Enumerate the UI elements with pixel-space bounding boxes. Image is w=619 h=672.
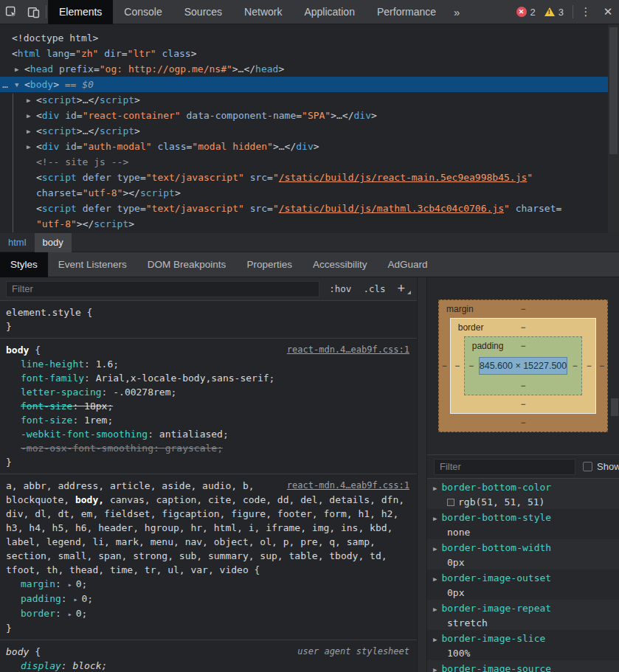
dom-row[interactable]: <!doctype html> [0,30,608,46]
computed-scrollbar[interactable] [609,277,619,672]
css-property[interactable]: -webkit-font-smoothing: antialiased; [6,427,409,441]
expand-arrow-right-icon[interactable]: ▶ [433,545,437,553]
dom-row[interactable]: ▶<script>…</script> [0,123,608,139]
styles-filter-input[interactable] [6,281,319,297]
expand-arrow-right-icon[interactable]: ▶ [27,93,36,108]
tab-adguard[interactable]: AdGuard [377,252,438,277]
kebab-menu-icon[interactable]: ⋮ [575,0,597,24]
dom-scrollbar-thumb[interactable] [609,27,618,154]
css-property[interactable]: -moz-osx-font-smoothing: grayscale; [6,441,409,455]
tab-styles[interactable]: Styles [0,252,48,277]
tab-performance[interactable]: Performance [366,0,447,24]
expand-arrow-right-icon[interactable]: ▶ [27,139,36,154]
expand-arrow-right-icon[interactable]: ▶ [433,515,437,522]
class-toggle-button[interactable]: .cls [361,283,387,294]
expand-arrow-icon[interactable]: ▸ [68,610,72,618]
css-property[interactable]: line-height: 1.6; [6,357,409,371]
dom-row[interactable]: ▶<script>…</script> [0,92,608,108]
css-property[interactable]: font-family: Arial,x-locale-body,sans-se… [6,371,409,385]
pane-divider[interactable] [417,277,427,672]
error-badge[interactable]: ✕ 2 [516,7,536,18]
expand-arrow-right-icon[interactable]: ▶ [27,108,36,123]
expand-arrow-right-icon[interactable]: ▶ [433,636,437,643]
pseudo-state-button[interactable]: :hov [327,283,353,294]
css-property[interactable]: letter-spacing: -.00278rem; [6,385,409,399]
padding-right-value[interactable]: − [568,355,581,377]
computed-property-row[interactable]: ▶border-image-source [427,660,619,672]
border-bottom-value[interactable]: − [520,399,525,409]
device-toolbar-icon[interactable] [22,0,44,24]
expand-arrow-down-icon[interactable]: ▼ [15,77,24,92]
dom-scrollbar[interactable] [608,24,619,233]
tab-console[interactable]: Console [113,0,173,24]
tab-sources[interactable]: Sources [173,0,233,24]
computed-property-row[interactable]: ▶border-image-slice100% [427,630,619,660]
expand-arrow-right-icon[interactable]: ▶ [27,124,36,139]
dom-row[interactable]: charset="utf-8"></script> [0,185,608,201]
border-right-value[interactable]: − [582,336,595,395]
dom-row[interactable]: <script defer type="text/javascript" src… [0,201,608,216]
computed-property-row[interactable]: ▶border-image-repeatstretch [427,600,619,630]
more-tabs-icon[interactable]: » [447,6,466,18]
stylesheet-link[interactable]: react-mdn.4…eab9f.css:1 [287,343,409,357]
dom-row[interactable]: "utf-8"></script> [0,216,608,232]
tab-elements[interactable]: Elements [48,0,113,24]
color-swatch[interactable] [447,499,454,506]
border-left-value[interactable]: − [451,336,464,395]
css-property[interactable]: font-size: 1rem; [6,413,409,427]
expand-arrow-right-icon[interactable]: ▶ [433,575,437,583]
inspect-element-icon[interactable] [0,0,22,24]
dom-row[interactable]: ▶<div id="auth-modal" class="modal hidde… [0,139,608,154]
margin-bottom-value[interactable]: − [520,418,525,428]
crumb-body[interactable]: body [35,233,72,252]
tab-properties[interactable]: Properties [236,252,302,277]
tab-event-listeners[interactable]: Event Listeners [48,252,137,277]
crumb-html[interactable]: html [0,233,35,252]
expand-arrow-icon[interactable]: ▸ [68,581,72,589]
box-model-border[interactable]: border − − padding − − [450,318,597,414]
padding-bottom-value[interactable]: − [520,381,525,391]
dom-row[interactable]: ▶<head prefix="og: http://ogp.me/ns#">…<… [0,61,608,77]
rule-selector[interactable]: react-mdn.4…eab9f.css:1body { [6,343,409,357]
expand-arrow-icon[interactable]: ▸ [73,595,77,603]
tab-application[interactable]: Application [293,0,366,24]
expand-arrow-right-icon[interactable]: ▶ [15,62,24,77]
dom-row[interactable]: <html lang="zh" dir="ltr" class> [0,46,608,61]
stylesheet-link[interactable]: user agent stylesheet [297,645,409,659]
tab-network[interactable]: Network [233,0,293,24]
computed-filter-input[interactable] [434,459,575,475]
tab-accessibility[interactable]: Accessibility [302,252,378,277]
box-model-padding[interactable]: padding − − 845.600 × 15227.500 − [464,336,583,395]
box-model-content[interactable]: 845.600 × 15227.500 [479,357,568,375]
dom-row[interactable]: ▶<div id="react-container" data-componen… [0,108,608,123]
expand-arrow-right-icon[interactable]: ▶ [433,485,437,492]
padding-left-value[interactable]: − [465,355,478,377]
computed-property-row[interactable]: ▶border-bottom-width0px [427,539,619,569]
css-property[interactable]: border: ▸0; [6,606,409,621]
computed-property-row[interactable]: ▶border-bottom-colorrgb(51, 51, 51) [427,479,619,509]
dom-row[interactable]: <!-- site js --> [0,154,608,170]
close-icon[interactable]: ✕ [597,0,619,24]
rule-selector[interactable]: user agent stylesheetbody { [6,645,409,659]
css-property[interactable]: padding: ▸0; [6,592,409,606]
computed-scrollbar-thumb[interactable] [611,398,618,416]
show-all-checkbox[interactable] [583,462,592,471]
dom-row[interactable]: …▼<body> == $0 [0,77,608,92]
expand-arrow-right-icon[interactable]: ▶ [433,666,437,672]
rule-selector[interactable]: element.style { [6,305,409,319]
computed-property-row[interactable]: ▶border-image-outset0px [427,569,619,600]
css-property[interactable]: font-size: 18px; [6,399,409,413]
stylesheet-link[interactable]: react-mdn.4…eab9f.css:1 [287,479,409,493]
dom-row[interactable]: <script defer type="text/javascript" src… [0,170,608,185]
computed-property-row[interactable]: ▶border-bottom-stylenone [427,509,619,539]
rule-selector[interactable]: react-mdn.4…eab9f.css:1a, abbr, address,… [6,479,409,577]
margin-left-value[interactable]: − [439,318,450,414]
margin-right-value[interactable]: − [596,318,607,414]
expand-arrow-right-icon[interactable]: ▶ [433,606,437,613]
css-property[interactable]: display: block; [6,659,409,672]
css-property[interactable]: margin: ▸0; [6,577,409,592]
new-style-rule-button[interactable]: + [395,281,411,297]
box-model-margin[interactable]: margin − − border − − [438,299,608,432]
warning-badge[interactable]: ! 3 [544,7,564,18]
tab-dom-breakpoints[interactable]: DOM Breakpoints [137,252,237,277]
